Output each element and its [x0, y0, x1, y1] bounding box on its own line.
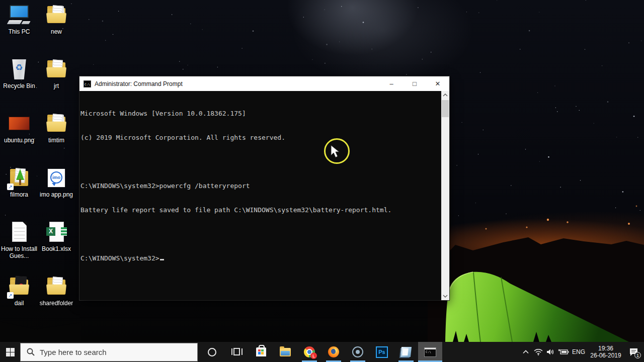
- recycle-bin-icon: ♻: [7, 58, 31, 81]
- action-center-button[interactable]: 1: [624, 342, 644, 362]
- taskbar-item-task-view[interactable]: [225, 342, 249, 362]
- folder-icon: [44, 4, 68, 27]
- vertical-scrollbar[interactable]: [441, 91, 449, 300]
- desktop-icon-how-to-install[interactable]: How to Install Gues...: [0, 221, 38, 273]
- desktop-icon-label: ubuntu.png: [0, 137, 38, 144]
- desktop-icon-label: filmora: [0, 191, 38, 198]
- window-title: Administrator: Command Prompt: [95, 80, 183, 87]
- maximize-button[interactable]: □: [403, 76, 426, 91]
- desktop-icon-label: This PC: [0, 28, 38, 35]
- this-pc-icon: [7, 4, 31, 27]
- desktop-icon-dail[interactable]: ↗ dail: [0, 276, 38, 327]
- file-explorer-icon: [280, 348, 291, 356]
- desktop-icon-imo-app-png[interactable]: imo imo app.png: [37, 167, 75, 218]
- desktop-icon-recycle-bin[interactable]: ♻ Recycle Bin: [0, 58, 38, 110]
- console-line: (c) 2019 Microsoft Corporation. All righ…: [80, 134, 441, 142]
- clock[interactable]: 19:36 26-06-2019: [588, 345, 624, 359]
- desktop-icon-label: timtim: [37, 137, 75, 144]
- microsoft-store-icon: [256, 347, 266, 356]
- taskbar-item-photoshop[interactable]: Ps: [370, 342, 394, 362]
- desktop-icon-label: Recycle Bin: [0, 82, 38, 89]
- imo-image-icon: imo: [44, 167, 68, 190]
- scroll-up-icon[interactable]: [441, 91, 449, 99]
- desktop-icon-label: sharedfolder: [37, 300, 75, 307]
- command-prompt-icon: C:\: [424, 347, 436, 357]
- desktop-icon-label: How to Install Gues...: [0, 245, 38, 259]
- mouse-cursor: [330, 145, 341, 159]
- wifi-icon: [534, 348, 543, 355]
- notification-badge: 1: [634, 352, 641, 358]
- desktop-icon-book1-xlsx[interactable]: X Book1.xlsx: [37, 221, 75, 273]
- console-line: [80, 158, 441, 166]
- system-tray: ENG 19:36 26-06-2019 1: [519, 342, 644, 362]
- desktop-icon-label: jrt: [37, 82, 75, 89]
- desktop-icon-timtim[interactable]: timtim: [37, 113, 75, 164]
- image-file-icon: [7, 113, 31, 136]
- excel-file-icon: X: [44, 221, 68, 244]
- chevron-up-icon: [523, 350, 529, 354]
- cortana-icon: [208, 348, 216, 356]
- desktop-icon-filmora[interactable]: ↗ filmora: [0, 167, 38, 218]
- scrollbar-thumb[interactable]: [442, 100, 449, 117]
- taskbar-item-file-explorer[interactable]: [273, 342, 297, 362]
- scroll-down-icon[interactable]: [441, 292, 449, 300]
- search-icon: [27, 348, 35, 356]
- tray-wifi[interactable]: [532, 342, 544, 362]
- desktop-icon-label: dail: [0, 300, 38, 307]
- taskbar-item-notepad[interactable]: [394, 342, 418, 362]
- text-cursor: [160, 259, 164, 260]
- folder-icon: [44, 113, 68, 136]
- chrome-icon: L: [304, 346, 315, 357]
- taskbar-item-firefox[interactable]: [321, 342, 346, 362]
- desktop-icon-label: new: [37, 28, 75, 35]
- minimize-button[interactable]: –: [380, 76, 403, 91]
- desktop-icon-jrt[interactable]: jrt: [37, 58, 75, 110]
- console-line: Microsoft Windows [Version 10.0.18362.17…: [80, 110, 441, 118]
- taskbar-item-command-prompt[interactable]: C:\: [418, 342, 442, 362]
- taskbar-item-chrome[interactable]: L: [297, 342, 321, 362]
- console-output[interactable]: Microsoft Windows [Version 10.0.18362.17…: [79, 91, 441, 300]
- desktop-icon-label: Book1.xlsx: [37, 245, 75, 252]
- command-prompt-window: C:\ Administrator: Command Prompt – □ ✕ …: [79, 76, 449, 300]
- command-prompt-icon: C:\: [84, 80, 91, 87]
- shortcut-arrow-icon: ↗: [7, 292, 14, 299]
- taskbar-item-cortana[interactable]: [200, 342, 224, 362]
- console-line: Battery life report saved to file path C…: [80, 206, 441, 214]
- screen-recorder-icon: [352, 346, 363, 357]
- tray-time: 19:36: [588, 345, 624, 352]
- close-button[interactable]: ✕: [426, 76, 449, 91]
- battery-charging-icon: [558, 349, 569, 355]
- taskbar-item-store[interactable]: [249, 342, 273, 362]
- folder-shortcut-icon: ↗: [7, 276, 31, 299]
- windows-logo-icon: [6, 348, 15, 356]
- volume-icon: [546, 348, 555, 355]
- notepad-icon: [400, 347, 412, 357]
- screen: This PC new ♻ Recycle Bin jrt ubuntu.png…: [0, 0, 644, 362]
- taskbar-item-screen-recorder[interactable]: [346, 342, 370, 362]
- tray-battery[interactable]: [557, 342, 570, 362]
- desktop-icon-sharedfolder[interactable]: sharedfolder: [37, 276, 75, 327]
- firefox-icon: [328, 346, 339, 357]
- text-document-icon: [7, 221, 31, 244]
- chrome-badge: L: [310, 352, 317, 359]
- console-line: C:\WINDOWS\system32>powercfg /batteryrep…: [80, 182, 441, 190]
- taskbar: L Ps C:\: [0, 342, 644, 362]
- tray-volume[interactable]: [544, 342, 557, 362]
- desktop-icon-ubuntu-png[interactable]: ubuntu.png: [0, 113, 38, 164]
- desktop-icon-label: imo app.png: [37, 191, 75, 198]
- tray-date: 26-06-2019: [588, 352, 624, 359]
- window-title-bar[interactable]: C:\ Administrator: Command Prompt – □ ✕: [79, 76, 449, 91]
- tray-chevron-up[interactable]: [519, 342, 532, 362]
- start-button[interactable]: [0, 342, 20, 362]
- console-prompt-line: C:\WINDOWS\system32>: [80, 254, 441, 262]
- console-line: [80, 230, 441, 238]
- desktop-icon-new[interactable]: new: [37, 4, 75, 55]
- task-view-icon: [232, 348, 242, 356]
- desktop-icon-this-pc[interactable]: This PC: [0, 4, 38, 55]
- folder-icon: [44, 58, 68, 81]
- taskbar-search-box[interactable]: [20, 343, 198, 361]
- search-input[interactable]: [40, 348, 166, 356]
- language-indicator[interactable]: ENG: [570, 348, 588, 355]
- shortcut-arrow-icon: ↗: [7, 184, 14, 190]
- folder-shortcut-icon: ↗: [7, 167, 31, 190]
